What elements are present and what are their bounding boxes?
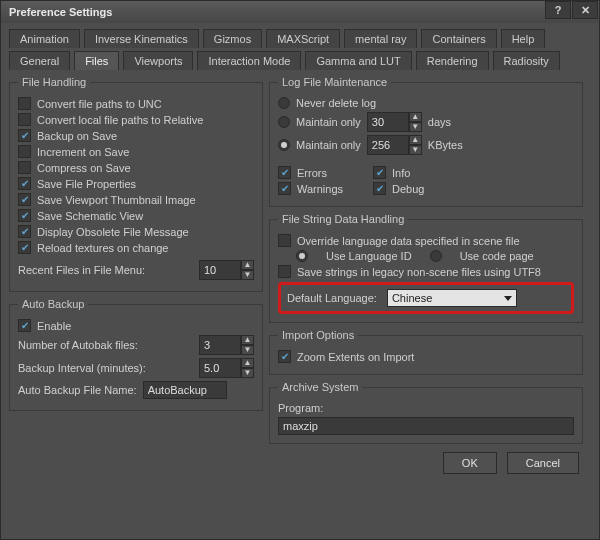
group-log-maintenance: Log File Maintenance Never delete log Ma… — [269, 76, 583, 207]
chevron-down-icon[interactable]: ▼ — [241, 345, 254, 355]
chevron-up-icon[interactable]: ▲ — [241, 335, 254, 345]
chevron-down-icon[interactable]: ▼ — [409, 122, 422, 132]
lbl-display-obsolete: Display Obsolete File Message — [37, 226, 189, 238]
radio-maintain-kb[interactable] — [278, 139, 290, 151]
chk-convert-unc[interactable] — [18, 97, 31, 110]
tab-inverse-kinematics[interactable]: Inverse Kinematics — [84, 29, 199, 48]
chevron-up-icon[interactable]: ▲ — [241, 260, 254, 270]
chk-reload-textures[interactable] — [18, 241, 31, 254]
chevron-up-icon[interactable]: ▲ — [409, 112, 422, 122]
radio-use-code-page[interactable] — [430, 250, 442, 262]
maintain-kb-stepper[interactable]: ▲▼ — [367, 135, 422, 155]
chk-override-lang[interactable] — [278, 234, 291, 247]
lbl-warnings: Warnings — [297, 183, 343, 195]
lbl-compress-on-save: Compress on Save — [37, 162, 131, 174]
tab-rendering[interactable]: Rendering — [416, 51, 489, 70]
chk-info[interactable] — [373, 166, 386, 179]
num-autobak-input[interactable] — [199, 335, 241, 355]
chevron-down-icon — [504, 296, 512, 301]
tab-viewports[interactable]: Viewports — [123, 51, 193, 70]
autobak-filename-input[interactable] — [143, 381, 227, 399]
legend-log-maintenance: Log File Maintenance — [278, 76, 391, 88]
num-autobak-stepper[interactable]: ▲▼ — [199, 335, 254, 355]
tab-help[interactable]: Help — [501, 29, 546, 48]
tab-general[interactable]: General — [9, 51, 70, 70]
lbl-errors: Errors — [297, 167, 327, 179]
maintain-days-stepper[interactable]: ▲▼ — [367, 112, 422, 132]
lbl-never-delete: Never delete log — [296, 97, 376, 109]
legend-archive-system: Archive System — [278, 381, 362, 393]
cancel-button[interactable]: Cancel — [507, 452, 579, 474]
tab-mental-ray[interactable]: mental ray — [344, 29, 417, 48]
chk-convert-relative[interactable] — [18, 113, 31, 126]
lbl-zoom-extents: Zoom Extents on Import — [297, 351, 414, 363]
chk-backup-on-save[interactable] — [18, 129, 31, 142]
backup-interval-stepper[interactable]: ▲▼ — [199, 358, 254, 378]
lbl-convert-unc: Convert file paths to UNC — [37, 98, 162, 110]
recent-files-stepper[interactable]: ▲▼ — [199, 260, 254, 280]
chevron-down-icon[interactable]: ▼ — [241, 270, 254, 280]
radio-use-lang-id[interactable] — [296, 250, 308, 262]
lbl-kb-suffix: KBytes — [428, 139, 463, 151]
chevron-down-icon[interactable]: ▼ — [241, 368, 254, 378]
tab-files[interactable]: Files — [74, 51, 119, 70]
default-language-highlight: Default Language: Chinese — [278, 282, 574, 314]
default-language-select[interactable]: Chinese — [387, 289, 517, 307]
ok-button[interactable]: OK — [443, 452, 497, 474]
tab-gizmos[interactable]: Gizmos — [203, 29, 262, 48]
chk-debug[interactable] — [373, 182, 386, 195]
lbl-autobackup-enable: Enable — [37, 320, 71, 332]
tabs-row-1: Animation Inverse Kinematics Gizmos MAXS… — [9, 29, 591, 48]
lbl-maintain-days: Maintain only — [296, 116, 361, 128]
lbl-reload-textures: Reload textures on change — [37, 242, 168, 254]
lbl-info: Info — [392, 167, 410, 179]
default-language-value: Chinese — [392, 292, 432, 304]
tab-containers[interactable]: Containers — [421, 29, 496, 48]
tab-radiosity[interactable]: Radiosity — [493, 51, 560, 70]
lbl-default-language: Default Language: — [287, 292, 377, 304]
maintain-days-input[interactable] — [367, 112, 409, 132]
chevron-up-icon[interactable]: ▲ — [241, 358, 254, 368]
tab-gamma-lut[interactable]: Gamma and LUT — [305, 51, 411, 70]
chk-save-schematic[interactable] — [18, 209, 31, 222]
lbl-convert-relative: Convert local file paths to Relative — [37, 114, 203, 126]
tab-interaction-mode[interactable]: Interaction Mode — [197, 51, 301, 70]
chk-zoom-extents[interactable] — [278, 350, 291, 363]
close-icon[interactable]: ✕ — [572, 1, 598, 19]
chk-increment-on-save[interactable] — [18, 145, 31, 158]
lbl-increment-on-save: Increment on Save — [37, 146, 129, 158]
window-title: Preference Settings — [9, 6, 112, 18]
chk-save-file-props[interactable] — [18, 177, 31, 190]
chk-compress-on-save[interactable] — [18, 161, 31, 174]
chk-errors[interactable] — [278, 166, 291, 179]
legend-import-options: Import Options — [278, 329, 358, 341]
legend-file-string: File String Data Handling — [278, 213, 408, 225]
chk-display-obsolete[interactable] — [18, 225, 31, 238]
archive-program-input[interactable] — [278, 417, 574, 435]
chk-warnings[interactable] — [278, 182, 291, 195]
lbl-autobak-filename: Auto Backup File Name: — [18, 384, 137, 396]
tab-maxscript[interactable]: MAXScript — [266, 29, 340, 48]
lbl-use-code-page: Use code page — [460, 250, 534, 262]
recent-files-input[interactable] — [199, 260, 241, 280]
lbl-backup-interval: Backup Interval (minutes): — [18, 362, 193, 374]
group-auto-backup: Auto Backup Enable Number of Autobak fil… — [9, 298, 263, 411]
help-icon[interactable]: ? — [545, 1, 571, 19]
lbl-archive-program: Program: — [278, 402, 323, 414]
radio-never-delete[interactable] — [278, 97, 290, 109]
backup-interval-input[interactable] — [199, 358, 241, 378]
chk-save-viewport-thumb[interactable] — [18, 193, 31, 206]
group-import-options: Import Options Zoom Extents on Import — [269, 329, 583, 375]
chk-save-utf8[interactable] — [278, 265, 291, 278]
group-file-handling: File Handling Convert file paths to UNC … — [9, 76, 263, 292]
tab-animation[interactable]: Animation — [9, 29, 80, 48]
chevron-up-icon[interactable]: ▲ — [409, 135, 422, 145]
chk-autobackup-enable[interactable] — [18, 319, 31, 332]
radio-maintain-days[interactable] — [278, 116, 290, 128]
lbl-save-utf8: Save strings in legacy non-scene files u… — [297, 266, 541, 278]
tabs-row-2: General Files Viewports Interaction Mode… — [9, 51, 591, 70]
lbl-days-suffix: days — [428, 116, 451, 128]
chevron-down-icon[interactable]: ▼ — [409, 145, 422, 155]
maintain-kb-input[interactable] — [367, 135, 409, 155]
lbl-recent-files: Recent Files in File Menu: — [18, 264, 193, 276]
